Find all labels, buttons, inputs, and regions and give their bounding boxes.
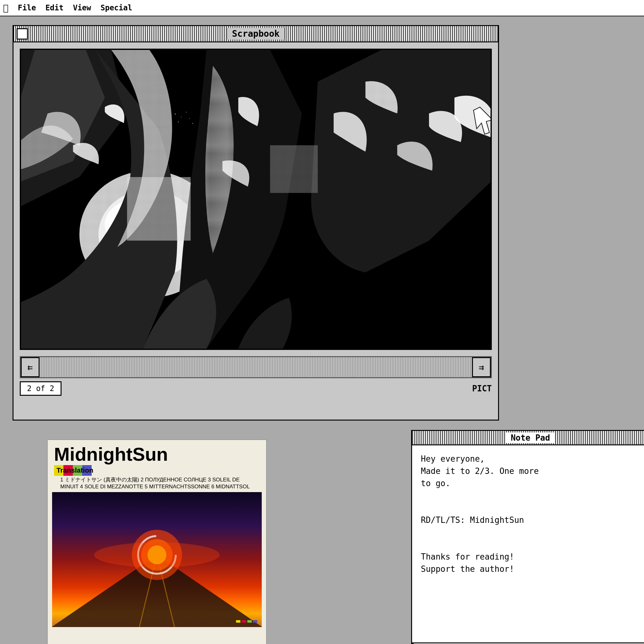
notepad-content[interactable]: Hey everyone, Made it to 2/3. One more t… xyxy=(412,445,644,640)
svg-rect-22 xyxy=(189,118,190,119)
scrapbook-image xyxy=(20,49,492,350)
view-menu[interactable]: View xyxy=(73,3,91,12)
svg-marker-33 xyxy=(412,642,431,644)
apple-menu[interactable]:  xyxy=(3,3,8,13)
svg-rect-17 xyxy=(270,145,318,193)
stripe-blue xyxy=(253,620,257,623)
special-menu[interactable]: Special xyxy=(100,3,132,12)
ms-translation-label: Translation xyxy=(56,466,93,475)
ms-color-bar: Translation xyxy=(54,465,260,476)
notepad-line6: RD/TL/TS: MidnightSun xyxy=(421,514,640,526)
svg-rect-19 xyxy=(181,117,182,117)
svg-rect-23 xyxy=(192,123,193,124)
scroll-right-button[interactable]: ⇉ xyxy=(472,357,491,377)
notepad-title-bar: Note Pad xyxy=(412,431,644,445)
page-indicator: 2 of 2 xyxy=(20,381,62,396)
ms-header: MidnightSun Translation 1 ミドナイトサン (真夜中の太… xyxy=(48,440,266,491)
svg-point-32 xyxy=(94,542,220,567)
notepad-title: Note Pad xyxy=(506,432,555,443)
svg-rect-18 xyxy=(175,114,176,115)
file-type-label: PICT xyxy=(472,384,492,393)
svg-rect-16 xyxy=(127,177,191,241)
stripe-yellow xyxy=(236,620,240,623)
menu-bar:  File Edit View Special xyxy=(0,0,644,16)
scroll-left-button[interactable]: ⇇ xyxy=(21,357,40,377)
scrapbook-window: Scrapbook xyxy=(13,25,499,421)
notepad-line9: Thanks for reading! xyxy=(421,551,640,563)
scrapbook-status-bar: 2 of 2 PICT xyxy=(13,378,498,399)
notepad-corner-icon xyxy=(412,642,431,644)
notepad-window: Note Pad Hey everyone, Made it to 2/3. O… xyxy=(411,430,644,644)
notepad-line10: Support the author! xyxy=(421,563,640,575)
svg-rect-21 xyxy=(186,112,186,112)
midnight-sun-card: MidnightSun Translation 1 ミドナイトサン (真夜中の太… xyxy=(47,439,267,644)
ms-tracklist: 1 ミドナイトサン (真夜中の太陽) 2 ПОЛУДЕННОЕ СОЛНЦЕ 3… xyxy=(54,476,260,491)
notepad-line2: Made it to 2/3. One more xyxy=(421,465,640,477)
scrapbook-title-bar: Scrapbook xyxy=(13,26,498,42)
ms-title: MidnightSun xyxy=(54,445,260,464)
scrapbook-scrollbar[interactable]: ⇇ ⇉ xyxy=(20,356,492,378)
notepad-line1: Hey everyone, xyxy=(421,453,640,465)
stripe-red xyxy=(242,620,246,623)
scrapbook-title: Scrapbook xyxy=(227,28,285,40)
stripe-green xyxy=(247,620,252,623)
ms-cover-image xyxy=(52,492,262,627)
notepad-line3: to go. xyxy=(421,477,640,490)
notepad-footer: 1 xyxy=(412,642,644,644)
close-box[interactable] xyxy=(17,28,28,40)
edit-menu[interactable]: Edit xyxy=(46,3,64,12)
svg-rect-20 xyxy=(178,121,179,122)
ms-color-stripes xyxy=(236,620,257,623)
file-menu[interactable]: File xyxy=(18,3,36,12)
